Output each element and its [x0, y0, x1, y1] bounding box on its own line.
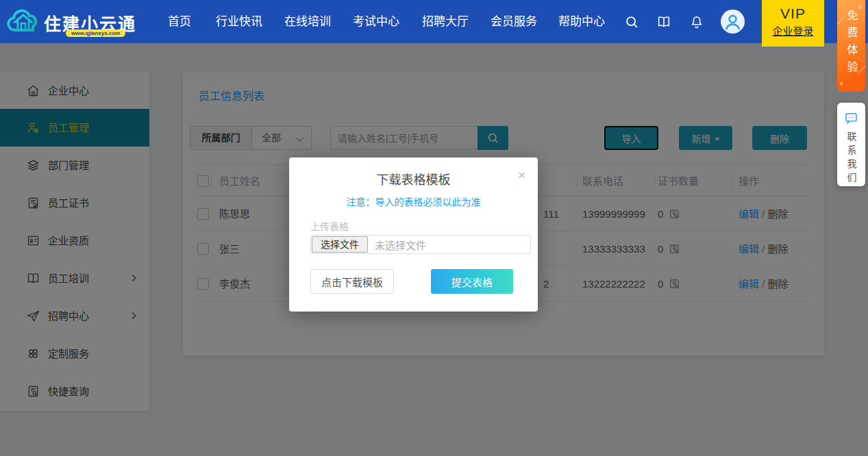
user-avatar[interactable] [721, 10, 745, 34]
nav-item-home[interactable]: 首页 [168, 0, 191, 43]
modal-title: 下载表格模板 [289, 170, 538, 188]
file-input[interactable]: 选择文件 未选择文件 [310, 235, 531, 254]
file-placeholder: 未选择文件 [375, 238, 426, 252]
reader-book-icon[interactable] [656, 14, 671, 29]
nav-item-online-training[interactable]: 在线培训 [284, 0, 331, 43]
brand-domain-badge: www.qjlansys.com [66, 29, 125, 37]
modal-note: 注意：导入的表格必须以此为准 [289, 194, 538, 208]
top-navigation-bar: 住建小云通 www.qjlansys.com 首页 行业快讯 在线培训 考试中心… [0, 0, 868, 43]
notification-bell-icon[interactable] [689, 14, 704, 29]
close-icon[interactable]: × [518, 168, 525, 181]
brand-cloud-logo-icon [5, 4, 41, 40]
free-trial-label: 免费体验 [843, 10, 860, 78]
download-template-button[interactable]: 点击下载模板 [310, 269, 394, 294]
search-icon[interactable] [624, 14, 639, 29]
free-trial-ribbon[interactable]: 免费体验 [837, 0, 865, 92]
contact-us-widget[interactable]: 联系我们 [837, 103, 865, 186]
contact-us-label: 联系我们 [845, 131, 858, 186]
submit-table-button[interactable]: 提交表格 [431, 269, 513, 294]
chat-bubble-icon [844, 111, 858, 125]
nav-item-recruit-hall[interactable]: 招聘大厅 [422, 0, 469, 43]
enterprise-login-label: 企业登录 [762, 23, 824, 38]
vip-label: VIP [762, 5, 824, 22]
download-template-modal: 下载表格模板 × 注意：导入的表格必须以此为准 上传表格 选择文件 未选择文件 … [289, 157, 538, 312]
upload-table-label: 上传表格 [310, 219, 349, 233]
vip-enterprise-login-button[interactable]: VIP 企业登录 [762, 0, 824, 47]
nav-item-exam-center[interactable]: 考试中心 [353, 0, 399, 43]
nav-item-industry-news[interactable]: 行业快讯 [216, 0, 262, 43]
nav-item-help-center[interactable]: 帮助中心 [558, 0, 605, 43]
nav-item-member-services[interactable]: 会员服务 [491, 0, 537, 43]
choose-file-button[interactable]: 选择文件 [312, 236, 368, 253]
